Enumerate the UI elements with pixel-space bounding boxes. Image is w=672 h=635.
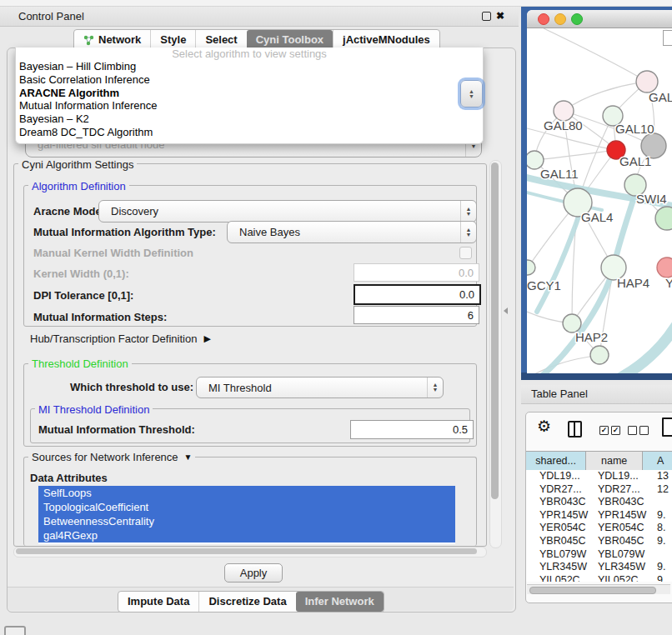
control-panel-title: Control Panel: [18, 7, 84, 26]
attribute-item-gal4rgexp[interactable]: gal4RGexp: [38, 528, 455, 542]
table-row[interactable]: YLR345WYLR345W9.: [526, 561, 672, 574]
network-canvas[interactable]: GALGAL80GAL10GAL1GAL11SWI4GAL4GCY1HAP4YH…: [527, 28, 672, 373]
manual-kernel-label: Manual Kernel Width Definition: [33, 247, 193, 259]
table-row[interactable]: YDL19...YDL19...13: [526, 470, 672, 483]
table-cell: YDL19...: [526, 470, 593, 483]
mi-type-combo[interactable]: Naive Bayes ▲▼: [227, 221, 477, 243]
cyni-settings-group-title: Cyni Algorithm Settings: [18, 158, 137, 171]
network-node[interactable]: [527, 260, 535, 275]
mi-threshold-label: Mutual Information Threshold:: [38, 423, 195, 436]
zoom-window-icon[interactable]: [571, 13, 583, 25]
sources-group-expander[interactable]: Sources for Network Inference ▼: [28, 451, 195, 463]
export-table-icon[interactable]: [662, 418, 672, 437]
table-cell: YLR345W: [593, 561, 655, 574]
algorithm-definition-title: Algorithm Definition: [28, 180, 129, 192]
column-header-a[interactable]: A: [643, 452, 672, 470]
table-cell: 9.: [655, 561, 672, 574]
algorithm-option-aracne-algorithm[interactable]: ARACNE Algorithm: [16, 87, 483, 100]
table-horizontal-scrollbar[interactable]: [527, 584, 670, 594]
table-cell: [655, 496, 672, 509]
data-attributes-list[interactable]: SelfLoopsTopologicalCoefficientBetweenne…: [38, 486, 455, 544]
table-cell: 8.: [655, 522, 672, 535]
data-attributes-label: Data Attributes: [30, 472, 108, 484]
attribute-item-betweennesscentrality[interactable]: BetweennessCentrality: [38, 514, 455, 528]
columns-icon[interactable]: [568, 421, 582, 438]
hub-definition-expander[interactable]: Hub/Transcription Factor Definition ▶: [30, 332, 211, 345]
algorithm-option-mutual-information-inference[interactable]: Mutual Information Inference: [16, 99, 483, 112]
dpi-tolerance-label: DPI Tolerance [0,1]:: [33, 289, 133, 302]
settings-horizontal-scrollbar[interactable]: [13, 547, 487, 558]
column-header-shared[interactable]: shared...: [526, 452, 586, 470]
manual-kernel-checkbox[interactable]: [459, 247, 472, 259]
table-cell: YBR045C: [593, 535, 655, 548]
attribute-item-topologicalcoefficient[interactable]: TopologicalCoefficient: [38, 500, 455, 514]
gear-icon[interactable]: ⚙: [537, 417, 551, 436]
algorithm-dropdown-popup: Select algorithm to view settings Bayesi…: [15, 48, 484, 144]
table-row[interactable]: YBL079WYBL079W: [526, 548, 672, 562]
algorithm-combo-spinner[interactable]: ▲▼: [460, 80, 483, 108]
network-window-titlebar[interactable]: [527, 10, 672, 28]
tab-discretize-data[interactable]: Discretize Data: [198, 592, 295, 612]
close-panel-icon[interactable]: ✖: [496, 7, 504, 26]
network-edge-highlighted[interactable]: [607, 327, 672, 373]
network-node-label-gal1: GAL1: [619, 154, 651, 168]
table-cell: YBR043C: [593, 496, 655, 509]
network-side-toolbox[interactable]: [663, 30, 672, 46]
network-edge[interactable]: [564, 82, 647, 111]
chevron-updown-icon: ▲▼: [460, 201, 476, 222]
algorithm-option-bayesian-hill-climbing[interactable]: Bayesian – Hill Climbing: [16, 60, 483, 73]
chevron-updown-icon: ▲▼: [460, 222, 476, 242]
unchecked-box-icon: [639, 426, 649, 435]
network-edge[interactable]: [534, 150, 616, 160]
table-cell: 9: [655, 574, 672, 582]
network-graph[interactable]: GALGAL80GAL10GAL1GAL11SWI4GAL4GCY1HAP4YH…: [527, 28, 672, 373]
table-row[interactable]: YPR145WYPR145W9.: [526, 509, 672, 522]
dpi-tolerance-field[interactable]: 0.0: [354, 284, 481, 305]
apply-button[interactable]: Apply: [224, 563, 283, 582]
which-threshold-combo[interactable]: MI Threshold ▲▼: [196, 377, 444, 398]
kernel-width-value: 0.0: [459, 267, 474, 279]
algorithm-option-dream8-dc-tdc-algorithm[interactable]: Dream8 DC_TDC Algorithm: [16, 126, 483, 139]
mi-steps-field[interactable]: 6: [354, 306, 479, 324]
table-cell: YIL052C: [526, 574, 593, 582]
which-threshold-value: MI Threshold: [197, 382, 272, 394]
cyni-bottom-tabbar: Impute DataDiscretize DataInfer Network: [118, 591, 384, 612]
tab-infer-network[interactable]: Infer Network: [296, 592, 384, 612]
column-header-name[interactable]: name: [586, 452, 643, 470]
panel-splitter-handle[interactable]: [504, 308, 508, 314]
float-panel-icon[interactable]: [482, 12, 491, 21]
network-edge[interactable]: [544, 28, 647, 82]
table-row[interactable]: YBR043CYBR043C: [526, 496, 672, 509]
select-all-columns-icon[interactable]: ✓✓: [599, 426, 620, 435]
attribute-item-selfloops[interactable]: SelfLoops: [38, 486, 455, 500]
algorithm-option-basic-correlation-inference[interactable]: Basic Correlation Inference: [16, 73, 483, 87]
table-row[interactable]: YIL052CYIL052C9: [526, 574, 672, 582]
network-node[interactable]: [590, 346, 609, 364]
algorithm-dropdown-list: Bayesian – Hill ClimbingBasic Correlatio…: [16, 60, 483, 139]
network-edge-highlighted[interactable]: [537, 207, 582, 312]
table-row[interactable]: YER054CYER054C8.: [526, 522, 672, 535]
network-node[interactable]: [657, 258, 672, 278]
table-cell: YDR27...: [526, 483, 593, 497]
settings-vertical-scrollbar[interactable]: [489, 160, 502, 548]
which-threshold-label: Which threshold to use:: [70, 381, 193, 393]
aracne-mode-combo[interactable]: Discovery ▲▼: [98, 200, 477, 222]
control-panel-header: Control Panel ✖: [0, 7, 519, 27]
deselect-all-columns-icon[interactable]: [628, 426, 649, 435]
aracne-mode-value: Discovery: [99, 205, 158, 218]
table-rows: YDL19...YDL19...13YDR27...YDR27...12YBR0…: [526, 470, 672, 582]
table-cell: YPR145W: [593, 509, 655, 522]
minimized-panel-icon[interactable]: [4, 626, 26, 635]
kernel-width-field[interactable]: 0.0: [354, 263, 479, 282]
mi-threshold-field[interactable]: 0.5: [350, 420, 474, 439]
table-row[interactable]: YDR27...YDR27...12: [526, 483, 672, 497]
table-cell: YBR043C: [526, 496, 593, 509]
table-row[interactable]: YBR045CYBR045C9.: [526, 535, 672, 548]
tab-impute-data[interactable]: Impute Data: [118, 592, 198, 612]
close-window-icon[interactable]: [538, 13, 549, 25]
minimize-window-icon[interactable]: [554, 13, 566, 25]
table-cell: YER054C: [593, 522, 655, 535]
table-cell: 9.: [655, 509, 672, 522]
algorithm-option-bayesian-k2[interactable]: Bayesian – K2: [16, 112, 483, 126]
tab-label: Infer Network: [305, 592, 374, 612]
